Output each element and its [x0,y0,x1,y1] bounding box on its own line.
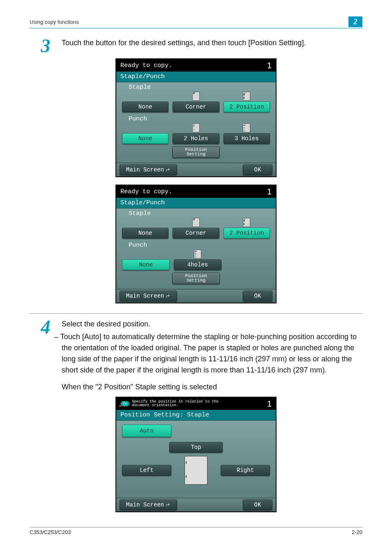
device-panel-b: Ready to copy. 1 Staple/Punch Staple Non… [115,185,277,303]
step4-caption: When the "2 Position" Staple setting is … [62,382,362,393]
header-section: Using copy functions [30,19,79,25]
spacer [122,92,168,101]
copy-count: 1 [267,187,272,197]
return-icon [166,503,171,507]
main-screen-label: Main Screen [126,166,164,173]
orientation-icon: AA [120,401,129,407]
copy-count: 1 [267,399,272,409]
panel-title: Position Setting: Staple [116,410,276,421]
ok-button[interactable]: OK [243,291,272,301]
step3-text: Touch the button for the desired setting… [62,37,362,49]
punch-label: Punch [119,115,273,123]
main-screen-button[interactable]: Main Screen [120,291,177,301]
staple-corner-button[interactable]: Corner [173,228,219,238]
status-text: Ready to copy. [120,188,172,195]
device-panel-a: Ready to copy. 1 Staple/Punch Staple Non… [115,58,277,177]
header-rule [30,28,362,28]
staple-2pos-icon [224,218,270,227]
footer-model: C353/C253/C203 [30,529,71,535]
return-icon [166,294,171,298]
return-icon [166,168,171,172]
position-setting-button[interactable]: Position Setting [172,146,220,158]
staple-label: Staple [119,209,273,218]
main-screen-label: Main Screen [126,293,164,299]
main-screen-label: Main Screen [126,502,164,508]
separator-rule [30,313,362,314]
footer-pagenum: 2-20 [352,529,362,535]
punch-3holes-icon [224,123,270,132]
main-screen-button[interactable]: Main Screen [120,500,177,510]
staple-none-button[interactable]: None [122,102,168,112]
spacer [122,123,168,132]
step4-text: Select the desired position. [62,319,362,330]
copy-count: 1 [267,61,272,70]
punch-4holes-button[interactable]: 4holes [174,259,221,270]
staple-label: Staple [119,83,273,92]
position-setting-button[interactable]: Position Setting [172,273,220,284]
panel-title: Staple/Punch [116,198,276,208]
status-text: Ready to copy. [120,62,172,69]
spacer [122,218,168,227]
punch-none-button[interactable]: None [122,259,170,270]
staple-2position-button[interactable]: 2 Position [224,228,270,238]
staple-corner-button[interactable]: Corner [173,102,219,112]
chapter-badge: 2 [348,16,362,27]
device-panel-c: AA Specify the position in relation to t… [115,397,277,512]
punch-3holes-button[interactable]: 3 Holes [224,133,270,144]
punch-label: Punch [119,241,273,250]
panel-title: Staple/Punch [116,72,276,82]
ok-button[interactable]: OK [243,500,272,510]
punch-none-button[interactable]: None [122,133,168,144]
punch-4holes-icon [174,250,221,259]
ok-button[interactable]: OK [243,164,272,175]
right-button[interactable]: Right [221,465,270,476]
staple-corner-icon [173,218,219,227]
punch-2holes-icon [173,123,219,132]
main-screen-button[interactable]: Main Screen [120,164,177,175]
status-text: Specify the position in relation to the … [132,400,219,408]
page-thumb-icon [184,456,208,485]
step4-bullet: – Touch [Auto] to automatically determin… [62,331,362,376]
step-number-3: 3 [30,37,62,54]
staple-2position-button[interactable]: 2 Position [224,102,270,112]
spacer [122,250,170,259]
left-button[interactable]: Left [122,465,171,476]
staple-corner-icon [173,92,219,101]
staple-none-button[interactable]: None [122,228,168,238]
auto-button[interactable]: Auto [122,425,171,437]
step-number-4: 4 [30,319,62,377]
top-button[interactable]: Top [169,442,223,453]
staple-2pos-icon [224,92,270,101]
punch-2holes-button[interactable]: 2 Holes [173,133,219,144]
